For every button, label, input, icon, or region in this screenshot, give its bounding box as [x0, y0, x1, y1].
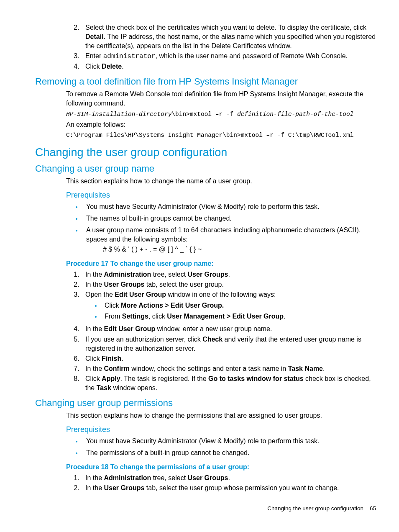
footer-page-number: 65 [370, 505, 376, 511]
list-item: In the Administration tree, select User … [81, 473, 376, 483]
paragraph: This section explains how to change the … [66, 411, 376, 420]
paragraph: To remove a Remote Web Console tool defi… [66, 90, 376, 108]
list-item: If you use an authorization server, clic… [81, 335, 376, 353]
list-item: You must have Security Administrator (Vi… [82, 202, 376, 211]
section-changing-perm-intro: This section explains how to change the … [66, 411, 376, 420]
list-item: In the Edit User Group window, enter a n… [81, 324, 376, 334]
list-item: The permissions of a built-in group cann… [82, 448, 376, 457]
heading-prerequisites: Prerequisites [66, 191, 376, 200]
section-changing-name-intro: This section explains how to change the … [66, 177, 376, 186]
list-item: In the User Groups tab, select the user … [81, 483, 376, 493]
heading-changing-permissions: Changing user group permissions [35, 398, 376, 409]
top-ordered-list: Select the check box of the certificates… [35, 23, 376, 71]
page-content: Select the check box of the certificates… [0, 0, 399, 524]
heading-changing-config: Changing the user group configuration [35, 146, 376, 159]
code-command-template: HP-SIM-installation-directory\bin>mxtool… [66, 110, 376, 118]
list-item: In the Confirm window, check the setting… [81, 364, 376, 373]
list-item: Click More Actions > Edit User Group. [101, 301, 376, 310]
list-item: A user group name consists of 1 to 64 ch… [82, 226, 376, 254]
footer-section-title: Changing the user group configuration [267, 505, 363, 511]
list-item: In the User Groups tab, select the user … [81, 280, 376, 289]
list-item: Open the Edit User Group window in one o… [81, 290, 376, 321]
list-item: The names of built-in groups cannot be c… [82, 214, 376, 223]
section-removing: To remove a Remote Web Console tool defi… [66, 90, 376, 139]
list-item: From Settings, click User Management > E… [101, 312, 376, 321]
procedure-17-title: Procedure 17 To change the user group na… [66, 260, 376, 267]
list-item: Select the check box of the certificates… [81, 23, 376, 51]
paragraph: This section explains how to change the … [66, 177, 376, 186]
list-item: Enter administrator, which is the user n… [81, 51, 376, 61]
paragraph: An example follows: [66, 120, 376, 129]
procedure-18-steps: In the Administration tree, select User … [35, 473, 376, 493]
symbols-line: # $ % & ' ( ) + - . = @ [ ] ^ _ ` { } ~ [103, 245, 376, 254]
code-command-example: C:\Program Files\HP\Systems Insight Mana… [66, 131, 376, 139]
heading-removing-tool-def: Removing a tool definition file from HP … [35, 76, 376, 87]
list-item: Click Finish. [81, 354, 376, 363]
procedure-17-steps: In the Administration tree, select User … [35, 270, 376, 393]
list-item: Click Delete. [81, 62, 376, 71]
heading-prerequisites: Prerequisites [66, 425, 376, 434]
heading-changing-name: Changing a user group name [35, 163, 376, 174]
prerequisites-list-2: You must have Security Administrator (Vi… [35, 437, 376, 457]
page-footer: Changing the user group configuration 65 [35, 505, 376, 511]
prerequisites-list: You must have Security Administrator (Vi… [35, 202, 376, 254]
inner-list: Click More Actions > Edit User Group. Fr… [85, 301, 376, 321]
procedure-18-title: Procedure 18 To change the permissions o… [66, 463, 376, 471]
list-item: Click Apply. The task is registered. If … [81, 374, 376, 393]
list-item: In the Administration tree, select User … [81, 270, 376, 279]
list-item: You must have Security Administrator (Vi… [82, 437, 376, 446]
